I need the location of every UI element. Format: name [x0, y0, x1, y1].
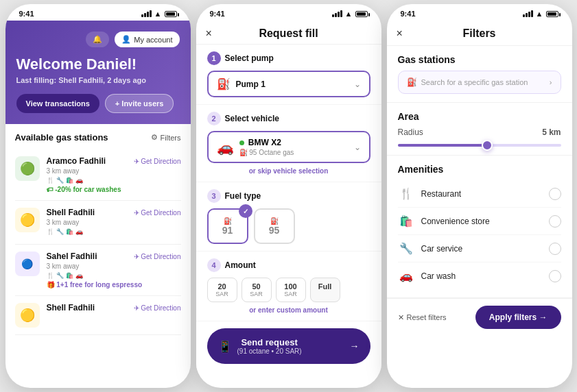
- car-service-label: Car service: [421, 244, 463, 254]
- reset-label: Reset filters: [407, 313, 447, 321]
- radius-slider[interactable]: [398, 144, 561, 147]
- station-direction-1[interactable]: ✈ Get Direction: [134, 209, 180, 217]
- gas-search-icon: ⛽: [407, 77, 417, 87]
- phone2-content: × Request fill 1 Select pump ⛽ Pump 1 ⌄: [196, 21, 381, 388]
- area-section: Area Radius 5 km: [387, 103, 572, 156]
- car-wash-label: Car wash: [421, 271, 456, 281]
- step-2-title: Select vehicle: [225, 114, 279, 123]
- step-3-section: 3 Fuel type ⛽ 91 ✓ ⛽ 95: [196, 182, 381, 252]
- area-title: Area: [398, 111, 561, 122]
- gas-stations-section: Gas stations ⛽ Search for a specific gas…: [387, 46, 572, 103]
- station-card-2: 🔵 Sahel Fadhili ✈ Get Direction 3 km awa…: [15, 245, 181, 296]
- station-logo-1: 🟡: [15, 208, 40, 232]
- step-3-num: 3: [207, 189, 221, 203]
- convenience-radio[interactable]: [549, 215, 561, 228]
- close-button[interactable]: ×: [206, 27, 212, 40]
- reset-filters-button[interactable]: ✕ Reset filters: [398, 313, 447, 322]
- filter-label: Filters: [161, 134, 181, 142]
- amenity-car-service: 🔧 Car service: [398, 235, 561, 262]
- signal-bar-2: [144, 13, 146, 17]
- vehicle-active-dot: [239, 140, 244, 145]
- station-amenities-0: 🍴 🔧 🛍️ 🚗: [47, 177, 181, 184]
- request-header: × Request fill: [196, 21, 381, 45]
- filter-button[interactable]: ⚙ Filters: [151, 133, 181, 142]
- pump-icon-95: ⛽: [270, 217, 279, 225]
- send-arrow-icon: →: [350, 341, 360, 352]
- hero-banner: 🔔 👤 + Invite users My account Welcome Da…: [5, 21, 191, 124]
- radius-value: 5 km: [542, 127, 561, 137]
- station-info-2: Sahel Fadhili ✈ Get Direction 3 km away …: [47, 252, 181, 289]
- step-3-title: Fuel type: [225, 191, 261, 201]
- amenity-convenience: 🛍️ Convenience store: [398, 208, 561, 235]
- station-name-0: Aramco Fadhili: [47, 156, 106, 166]
- battery-icon-2: [355, 11, 368, 17]
- station-logo-3: 🟡: [15, 303, 40, 328]
- pump-select[interactable]: ⛽ Pump 1 ⌄: [207, 71, 370, 97]
- restaurant-label: Restaurant: [421, 189, 462, 199]
- gas-stations-title: Gas stations: [398, 54, 561, 65]
- battery-icon: [165, 11, 177, 17]
- gas-search-arrow-icon: ›: [550, 78, 552, 86]
- gas-search-box[interactable]: ⛽ Search for a specific gas station ›: [398, 71, 561, 94]
- stations-section: Available gas stations ⚙ Filters 🟢 Aramc…: [5, 124, 191, 343]
- station-amenities-2: 🍴 🔧 🛍️ 🚗: [47, 272, 181, 279]
- restaurant-radio[interactable]: [549, 188, 561, 200]
- car-wash-radio[interactable]: [549, 270, 561, 282]
- hero-welcome: Welcome Daniel!: [16, 56, 180, 73]
- gas-search-placeholder: Search for a specific gas station: [421, 78, 528, 86]
- slider-thumb[interactable]: [482, 140, 493, 151]
- send-label: Send request: [237, 337, 302, 347]
- step-2-label: 2 Select vehicle: [207, 112, 370, 125]
- station-card-3: 🟡 Shell Fadhili ✈ Get Direction: [15, 296, 181, 335]
- stations-section-title: Available gas stations: [15, 132, 108, 143]
- send-request-button[interactable]: 📱 Send request (91 octane • 20 SAR) →: [207, 328, 370, 364]
- status-icons-2: ▲: [332, 10, 368, 18]
- apply-filters-button[interactable]: Apply filters →: [475, 306, 561, 329]
- amount-options: 20 SAR 50 SAR 100 SAR Full: [207, 278, 370, 302]
- my-account-button[interactable]: 👤 + Invite users My account: [115, 32, 179, 47]
- view-transactions-button[interactable]: View transactions: [16, 94, 99, 113]
- pump-value: Pump 1: [236, 79, 266, 89]
- station-name-1: Shell Fadhili: [47, 208, 95, 217]
- station-logo-0: 🟢: [15, 156, 40, 181]
- station-direction-3[interactable]: ✈ Get Direction: [134, 304, 180, 312]
- amount-full-button[interactable]: Full: [310, 278, 340, 302]
- amenity-restaurant: 🍴 Restaurant: [398, 180, 561, 208]
- amount-100-button[interactable]: 100 SAR: [276, 278, 306, 302]
- station-info-0: Aramco Fadhili ✈ Get Direction 3 km away…: [47, 156, 181, 193]
- time-label: 9:41: [19, 10, 34, 18]
- station-logo-2: 🔵: [15, 252, 40, 276]
- filter-close-button[interactable]: ×: [397, 27, 403, 40]
- reset-icon: ✕: [398, 313, 404, 322]
- convenience-label: Convenience store: [421, 217, 490, 226]
- station-direction-0[interactable]: ✈ Get Direction: [134, 158, 180, 165]
- skip-vehicle-link[interactable]: or skip vehicle selection: [207, 167, 370, 175]
- step-2-section: 2 Select vehicle 🚗 BMW X2: [196, 105, 381, 182]
- fuel-option-95[interactable]: ⛽ 95: [254, 208, 295, 244]
- filter-footer: ✕ Reset filters Apply filters →: [387, 298, 572, 339]
- station-name-3: Shell Fadhili: [47, 303, 95, 313]
- phone-2: 9:41 ▲ × Request fill 1: [196, 4, 381, 388]
- vehicle-name: BMW X2: [239, 138, 294, 147]
- fuel-option-91[interactable]: ⛽ 91 ✓: [207, 208, 248, 244]
- step-4-label: 4 Amount: [207, 258, 370, 272]
- pump-icon: ⛽: [217, 77, 231, 90]
- notification-button[interactable]: 🔔: [86, 32, 109, 47]
- vehicle-select[interactable]: 🚗 BMW X2 ⛽ 95 Octane gas: [207, 131, 370, 163]
- vehicle-icon: 🚗: [217, 139, 234, 156]
- station-dist-2: 3 km away: [47, 262, 181, 270]
- status-icons: ▲: [141, 10, 177, 18]
- station-direction-2[interactable]: ✈ Get Direction: [134, 253, 180, 260]
- amount-50-button[interactable]: 50 SAR: [242, 278, 272, 302]
- car-service-radio[interactable]: [549, 243, 561, 255]
- convenience-icon: 🛍️: [398, 215, 414, 228]
- invite-users-button[interactable]: + Invite users: [105, 94, 174, 113]
- step-3-label: 3 Fuel type: [207, 189, 370, 203]
- amount-20-button[interactable]: 20 SAR: [207, 278, 237, 302]
- custom-amount-link[interactable]: custom amount: [276, 306, 327, 314]
- hero-actions: View transactions + Invite users: [16, 94, 180, 113]
- fuel-options: ⛽ 91 ✓ ⛽ 95: [207, 208, 370, 244]
- signal-bar-3: [147, 12, 149, 17]
- signal-bar-4: [150, 10, 152, 17]
- send-sublabel: (91 octane • 20 SAR): [237, 347, 302, 355]
